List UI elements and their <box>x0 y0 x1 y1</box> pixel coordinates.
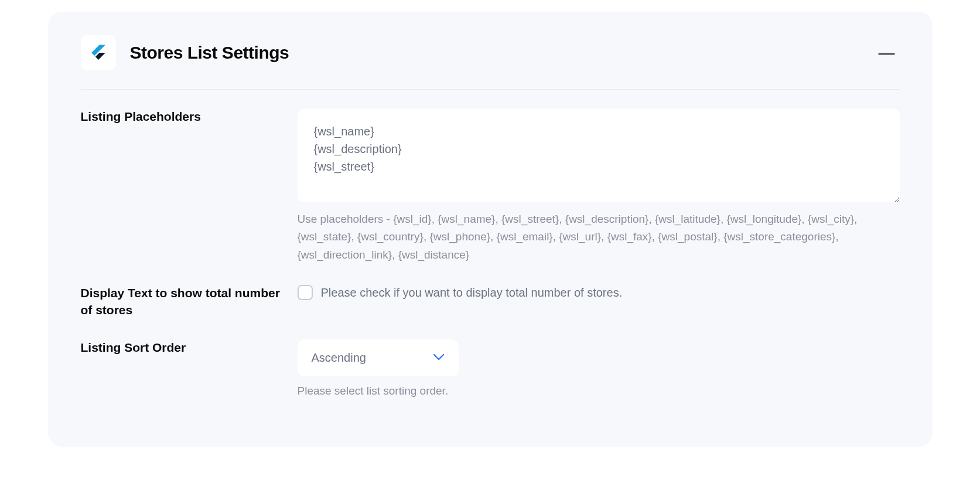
field-label-sort-order: Listing Sort Order <box>81 339 298 356</box>
placeholders-help-text: Use placeholders - {wsl_id}, {wsl_name},… <box>298 210 900 264</box>
field-listing-placeholders: Listing Placeholders Use placeholders - … <box>81 108 900 264</box>
panel-header: Stores List Settings — <box>81 35 900 90</box>
field-control-display-total: Please check if you want to display tota… <box>298 285 900 300</box>
collapse-toggle-icon[interactable]: — <box>874 42 900 63</box>
settings-panel: Stores List Settings — Listing Placehold… <box>48 12 933 447</box>
app-logo-icon <box>88 43 108 63</box>
sort-order-value: Ascending <box>312 351 366 365</box>
field-label-placeholders: Listing Placeholders <box>81 108 298 125</box>
field-display-total: Display Text to show total number of sto… <box>81 285 900 318</box>
field-control-placeholders: Use placeholders - {wsl_id}, {wsl_name},… <box>298 108 900 264</box>
panel-logo <box>81 35 116 70</box>
chevron-down-icon <box>433 352 445 363</box>
field-label-display-total: Display Text to show total number of sto… <box>81 285 298 318</box>
display-total-checkbox-row: Please check if you want to display tota… <box>298 285 900 300</box>
sort-order-help-text: Please select list sorting order. <box>298 382 900 400</box>
listing-placeholders-textarea[interactable] <box>298 108 900 202</box>
panel-title: Stores List Settings <box>130 43 289 63</box>
panel-header-left: Stores List Settings <box>81 35 289 70</box>
field-control-sort-order: Ascending Please select list sorting ord… <box>298 339 900 400</box>
display-total-checkbox[interactable] <box>298 285 313 300</box>
field-sort-order: Listing Sort Order Ascending Please sele… <box>81 339 900 400</box>
sort-order-select[interactable]: Ascending <box>298 339 459 376</box>
display-total-checkbox-label: Please check if you want to display tota… <box>321 286 623 300</box>
